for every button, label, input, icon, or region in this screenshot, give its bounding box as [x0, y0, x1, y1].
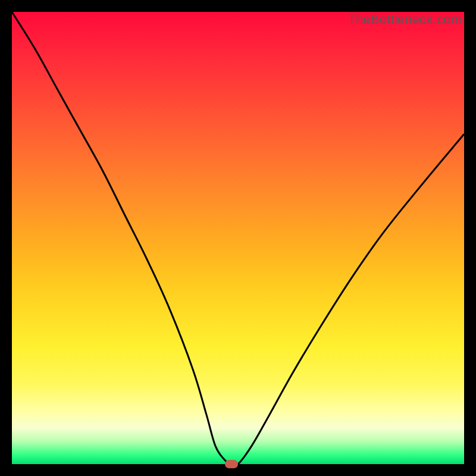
chart-frame: TheBottleneck.com	[0, 0, 476, 476]
curve-path	[12, 12, 464, 466]
bottleneck-curve	[12, 12, 464, 464]
optimal-marker	[225, 460, 238, 468]
plot-area: TheBottleneck.com	[12, 12, 464, 464]
